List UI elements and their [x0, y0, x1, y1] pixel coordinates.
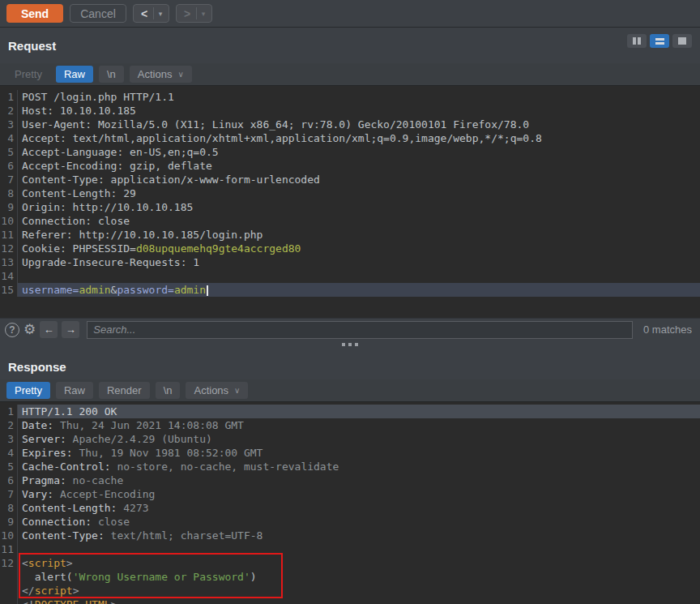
tab-actions[interactable]: Actions∨: [186, 382, 248, 399]
code-segment: Content-Type:: [22, 529, 105, 542]
chevron-down-icon: ∨: [234, 386, 240, 395]
search-match-count: 0 matches: [643, 323, 692, 336]
code-segment: close: [92, 516, 130, 528]
line-number: 1: [0, 90, 18, 104]
tab-n[interactable]: \n: [156, 382, 181, 399]
rows-layout-icon: [655, 38, 664, 45]
burp-repeater-window: Send Cancel < ▾ > ▾ Request PrettyRaw\nA…: [0, 0, 700, 604]
toolbar: Send Cancel < ▾ > ▾: [0, 0, 700, 28]
line-number: [0, 598, 18, 604]
code-segment: >: [73, 585, 79, 597]
forward-dropdown-caret-icon[interactable]: ▾: [197, 10, 210, 18]
code-text: POST /login.php HTTP/1.1: [18, 90, 700, 104]
line-number: 13: [0, 255, 18, 269]
request-panel-header: Request: [0, 28, 700, 63]
line-number: 3: [0, 432, 18, 446]
code-line: 3Server: Apache/2.4.29 (Ubuntu): [0, 432, 700, 446]
tab-label: Pretty: [15, 384, 42, 396]
code-segment: Pragma:: [22, 474, 66, 486]
tab-n[interactable]: \n: [99, 66, 124, 83]
response-panel-header: Response: [0, 353, 700, 379]
tab-pretty[interactable]: Pretty: [6, 66, 50, 83]
code-segment: Cookie: PHPSESSID=: [22, 242, 136, 255]
tab-label: Actions: [138, 68, 173, 80]
request-title: Request: [8, 39, 56, 53]
line-number: 11: [0, 228, 18, 242]
forward-arrow-icon: >: [178, 7, 196, 20]
tab-pretty[interactable]: Pretty: [6, 382, 50, 399]
tab-label: \n: [164, 384, 173, 396]
code-segment: Cache-Control:: [22, 460, 111, 473]
code-text: Connection: close: [18, 214, 700, 228]
code-segment: Vary:: [22, 488, 53, 500]
tab-actions[interactable]: Actions∨: [130, 66, 192, 83]
code-segment: Accept-Encoding: gzip, deflate: [22, 160, 212, 172]
history-back-button[interactable]: < ▾: [133, 4, 169, 23]
tab-label: Pretty: [15, 68, 42, 80]
code-text: Vary: Accept-Encoding: [18, 487, 700, 501]
code-text: Content-Length: 4273: [18, 501, 700, 515]
search-input[interactable]: [87, 321, 633, 339]
line-number: 5: [0, 460, 18, 473]
request-search-bar: ? ⚙ ← → 0 matches: [0, 318, 700, 341]
code-line: 1HTTP/1.1 200 OK: [0, 405, 700, 418]
cancel-button[interactable]: Cancel: [70, 4, 126, 23]
search-next-button[interactable]: →: [62, 321, 79, 338]
code-text: User-Agent: Mozilla/5.0 (X11; Linux x86_…: [18, 118, 700, 131]
request-editor[interactable]: 1POST /login.php HTTP/1.12Host: 10.10.10…: [0, 86, 700, 318]
layout-columns-button[interactable]: [627, 34, 647, 48]
response-editor[interactable]: 1HTTP/1.1 200 OK2Date: Thu, 24 Jun 2021 …: [0, 402, 700, 604]
line-number: 8: [0, 501, 18, 515]
code-text: Referer: http://10.10.10.185/login.php: [18, 228, 700, 242]
code-segment: Upgrade-Insecure-Requests: 1: [22, 256, 199, 268]
line-number: 11: [0, 542, 18, 556]
text-cursor: [207, 285, 208, 296]
tab-raw[interactable]: Raw: [56, 382, 93, 399]
back-dropdown-caret-icon[interactable]: ▾: [154, 10, 167, 18]
help-icon[interactable]: ?: [5, 323, 19, 337]
line-number: 9: [0, 200, 18, 214]
history-forward-button[interactable]: > ▾: [176, 4, 212, 23]
code-segment: Thu, 19 Nov 1981 08:52:00 GMT: [73, 447, 263, 459]
code-line: 4Accept: text/html,application/xhtml+xml…: [0, 131, 700, 145]
line-number: 6: [0, 473, 18, 487]
code-text: [18, 269, 700, 283]
code-text: Server: Apache/2.4.29 (Ubuntu): [18, 432, 700, 446]
code-segment: Thu, 24 Jun 2021 14:08:08 GMT: [53, 419, 244, 431]
tab-raw[interactable]: Raw: [56, 66, 93, 83]
code-segment: Referer: http://10.10.10.185/login.php: [22, 229, 262, 241]
response-tabstrip: PrettyRawRender\nActions∨: [0, 379, 700, 402]
panel-splitter[interactable]: [0, 341, 700, 353]
response-title: Response: [8, 360, 66, 374]
tab-render[interactable]: Render: [99, 382, 150, 399]
code-text: [18, 542, 700, 556]
gear-icon[interactable]: ⚙: [23, 323, 36, 336]
code-text: Host: 10.10.10.185: [18, 104, 700, 118]
code-line: 3User-Agent: Mozilla/5.0 (X11; Linux x86…: [0, 118, 700, 131]
layout-single-button[interactable]: [672, 34, 692, 48]
code-segment: Origin: http://10.10.10.185: [22, 201, 193, 213]
code-segment: <: [22, 557, 28, 569]
code-line: alert('Wrong Username or Password'): [0, 570, 700, 584]
code-text: alert('Wrong Username or Password'): [18, 570, 700, 584]
code-segment: alert(: [22, 571, 73, 583]
code-line: 12Cookie: PHPSESSID=d08upquemehq9gte4acc…: [0, 242, 700, 255]
line-number: 9: [0, 515, 18, 529]
search-prev-button[interactable]: ←: [40, 321, 58, 338]
layout-rows-button[interactable]: [650, 34, 669, 48]
code-segment: 'Wrong Username or Password': [73, 571, 250, 583]
code-text: <!DOCTYPE HTML>: [18, 598, 700, 604]
code-segment: script: [35, 585, 73, 597]
code-text: Content-Type: text/html; charset=UTF-8: [18, 529, 700, 542]
line-number: 15: [0, 283, 18, 297]
code-line: 11: [0, 542, 700, 556]
line-number: 4: [0, 446, 18, 460]
code-segment: Content-Length: 29: [22, 187, 136, 199]
code-segment: no-cache: [66, 474, 123, 486]
line-number: 3: [0, 118, 18, 131]
send-button[interactable]: Send: [6, 4, 63, 23]
tab-label: Actions: [194, 384, 228, 396]
code-line: 4Expires: Thu, 19 Nov 1981 08:52:00 GMT: [0, 446, 700, 460]
code-line: 5Accept-Language: en-US,en;q=0.5: [0, 145, 700, 159]
code-line: 2Date: Thu, 24 Jun 2021 14:08:08 GMT: [0, 418, 700, 432]
